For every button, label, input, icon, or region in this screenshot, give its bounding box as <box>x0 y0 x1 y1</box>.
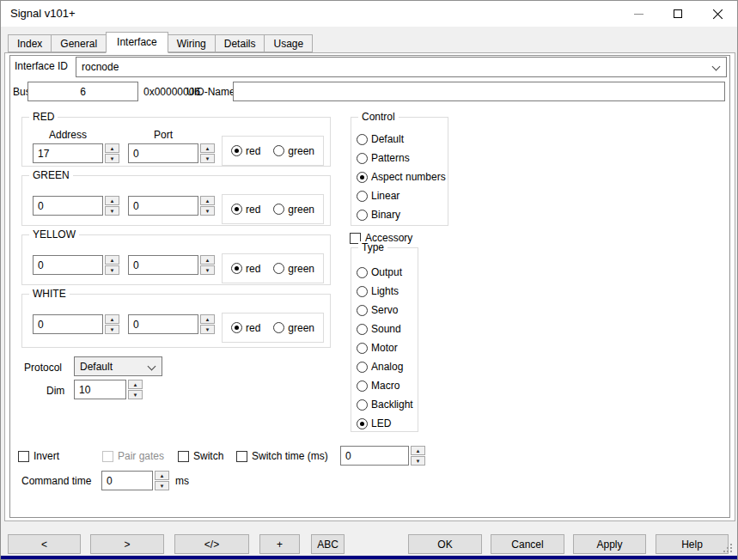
spin-up-button[interactable]: ▲ <box>200 143 215 153</box>
nav-prev-button[interactable]: < <box>8 534 81 554</box>
spin-down-button[interactable]: ▼ <box>200 206 215 216</box>
control-patterns-radio[interactable]: Patterns <box>357 149 446 167</box>
tab-interface[interactable]: Interface <box>106 32 168 53</box>
dim-input[interactable] <box>74 380 126 399</box>
switch-checkbox[interactable]: Switch <box>178 450 223 462</box>
type-motor-radio[interactable]: Motor <box>357 338 413 357</box>
switch-time-checkbox[interactable]: Switch time (ms) <box>236 450 328 462</box>
red-gate-red-radio[interactable]: red <box>231 145 260 157</box>
spin-down-button[interactable]: ▼ <box>411 456 425 466</box>
control-linear-radio[interactable]: Linear <box>357 186 446 205</box>
radio-label: Binary <box>371 209 400 221</box>
type-analog-radio[interactable]: Analog <box>357 357 413 376</box>
spin-up-button[interactable]: ▲ <box>155 471 169 480</box>
spin-up-button[interactable]: ▲ <box>105 255 119 265</box>
switch-time-input[interactable] <box>340 446 409 466</box>
radio-icon <box>357 210 368 221</box>
yellow-gate-green-radio[interactable]: green <box>273 263 314 275</box>
nav-abc-button[interactable]: ABC <box>311 534 345 554</box>
control-binary-radio[interactable]: Binary <box>357 205 446 224</box>
white-address-spinner: ▲ ▼ <box>105 314 119 334</box>
radio-icon <box>357 343 368 354</box>
nav-next-button[interactable]: > <box>90 534 164 554</box>
command-time-input[interactable] <box>101 471 153 490</box>
white-gate-red-radio[interactable]: red <box>231 322 260 334</box>
close-button[interactable] <box>698 1 737 27</box>
tab-wiring[interactable]: Wiring <box>168 34 216 52</box>
type-led-radio[interactable]: LED <box>357 414 413 433</box>
arrow-up-icon: ▲ <box>110 258 115 263</box>
red-port-spinner: ▲ ▼ <box>200 143 215 163</box>
type-output-radio[interactable]: Output <box>357 263 413 282</box>
resize-grip[interactable] <box>723 544 725 545</box>
arrow-up-icon: ▲ <box>205 198 210 204</box>
red-gate-green-radio[interactable]: green <box>273 145 314 157</box>
arrow-up-icon: ▲ <box>205 258 210 263</box>
spin-up-button[interactable]: ▲ <box>200 196 215 205</box>
spin-up-button[interactable]: ▲ <box>200 255 215 265</box>
yellow-address-input[interactable] <box>33 255 103 275</box>
interface-id-combobox[interactable]: rocnode <box>76 57 727 77</box>
radio-icon <box>273 263 284 274</box>
tab-usage[interactable]: Usage <box>264 34 313 52</box>
ok-button[interactable]: OK <box>408 534 482 554</box>
type-macro-radio[interactable]: Macro <box>357 376 413 395</box>
spin-down-button[interactable]: ▼ <box>105 154 119 163</box>
spin-down-button[interactable]: ▼ <box>105 265 119 275</box>
tab-general[interactable]: General <box>51 34 107 52</box>
spin-up-button[interactable]: ▲ <box>128 380 143 389</box>
tab-details[interactable]: Details <box>215 34 265 52</box>
type-backlight-radio[interactable]: Backlight <box>357 395 413 414</box>
red-port-input[interactable] <box>128 143 198 163</box>
arrow-down-icon: ▼ <box>160 484 165 489</box>
spin-up-button[interactable]: ▲ <box>105 196 119 205</box>
invert-checkbox[interactable]: Invert <box>18 450 59 462</box>
green-gate-red-radio[interactable]: red <box>231 204 260 216</box>
maximize-button[interactable] <box>658 1 698 27</box>
type-sound-radio[interactable]: Sound <box>357 320 413 338</box>
protocol-dropdown[interactable]: Default <box>74 356 162 376</box>
tab-index[interactable]: Index <box>8 34 52 52</box>
arrow-up-icon: ▲ <box>160 473 165 478</box>
nav-add-button[interactable]: + <box>259 534 300 554</box>
green-address-input[interactable] <box>33 196 103 216</box>
green-gate-green-radio[interactable]: green <box>273 204 314 216</box>
spin-down-button[interactable]: ▼ <box>105 206 119 216</box>
control-group: Control Default Patterns Aspect numbers … <box>351 117 448 226</box>
apply-button[interactable]: Apply <box>573 534 646 554</box>
green-port-input[interactable] <box>128 196 198 216</box>
nav-code-button[interactable]: </> <box>174 534 249 554</box>
control-aspect-numbers-radio[interactable]: Aspect numbers <box>357 167 446 186</box>
command-time-spinner-field: ▲ ▼ <box>101 471 169 490</box>
spin-down-button[interactable]: ▼ <box>200 325 215 334</box>
command-time-label: Command time <box>21 475 91 488</box>
yellow-port-input[interactable] <box>128 255 198 275</box>
white-gate-green-radio[interactable]: green <box>273 322 314 334</box>
white-address-input[interactable] <box>33 314 103 334</box>
checkbox-label: Pair gates <box>118 450 164 462</box>
white-port-input[interactable] <box>128 314 198 334</box>
type-servo-radio[interactable]: Servo <box>357 301 413 320</box>
spin-down-button[interactable]: ▼ <box>200 154 215 163</box>
spin-down-button[interactable]: ▼ <box>155 481 169 490</box>
control-default-radio[interactable]: Default <box>357 130 446 149</box>
bus-input[interactable] <box>27 82 138 101</box>
uid-name-input[interactable] <box>233 82 725 101</box>
spin-up-button[interactable]: ▲ <box>200 314 215 324</box>
radio-label: Linear <box>371 190 399 202</box>
spin-down-button[interactable]: ▼ <box>200 265 215 275</box>
radio-icon <box>231 204 242 215</box>
yellow-gate-red-radio[interactable]: red <box>231 263 260 275</box>
spin-down-button[interactable]: ▼ <box>105 325 119 334</box>
cancel-button[interactable]: Cancel <box>491 534 564 554</box>
radio-label: LED <box>371 417 391 429</box>
type-lights-radio[interactable]: Lights <box>357 282 413 301</box>
help-button[interactable]: Help <box>656 534 729 554</box>
spin-up-button[interactable]: ▲ <box>105 143 119 153</box>
spin-down-button[interactable]: ▼ <box>128 390 143 399</box>
spin-up-button[interactable]: ▲ <box>411 446 425 455</box>
red-address-input[interactable] <box>33 143 103 163</box>
spin-up-button[interactable]: ▲ <box>105 314 119 324</box>
checkbox-label: Switch time (ms) <box>252 450 328 462</box>
minimize-button[interactable] <box>619 1 658 27</box>
